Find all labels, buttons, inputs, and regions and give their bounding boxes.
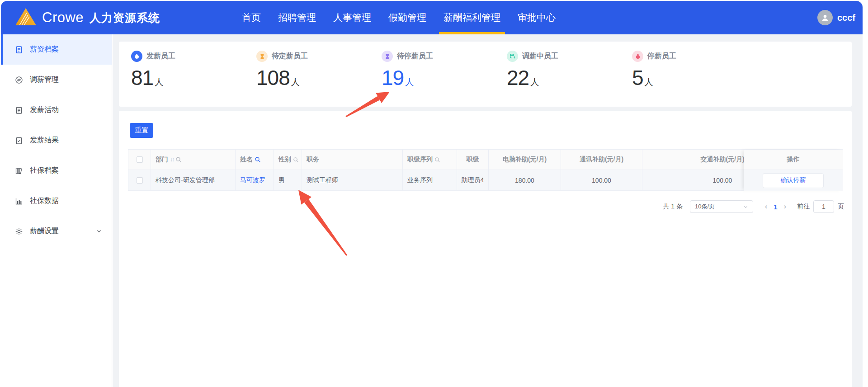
column-header-rank: 职级 xyxy=(467,156,479,164)
cell-rank: 助理员4 xyxy=(462,176,484,184)
stat-adjusting-employees[interactable]: 调薪中员工 22人 xyxy=(507,51,558,88)
employee-name-link[interactable]: 马可波罗 xyxy=(240,176,265,184)
sidebar-item-salary-archive[interactable]: 薪资档案 xyxy=(1,34,112,65)
column-header-department: 部门 xyxy=(156,156,168,164)
exchange-icon xyxy=(15,76,23,84)
cell-communication-allowance: 100.00 xyxy=(592,177,611,184)
column-header-rank-series: 职级序列 xyxy=(407,156,433,164)
reset-button[interactable]: 重置 xyxy=(130,123,153,138)
gear-icon xyxy=(15,227,23,236)
app-title: 人力资源系统 xyxy=(90,10,160,25)
fixed-action-column: 操作 确认停薪 xyxy=(744,150,843,191)
current-page[interactable]: 1 xyxy=(772,203,779,211)
cell-department: 科技公司-研发管理部 xyxy=(156,176,215,184)
pagination: 共 1 条 10条/页 ‹ 1 › 前往 页 xyxy=(663,200,844,213)
page-unit-label: 页 xyxy=(838,203,844,211)
search-icon[interactable] xyxy=(255,156,261,163)
crowe-logo-icon xyxy=(15,8,36,27)
sidebar-item-payroll-activity[interactable]: 发薪活动 xyxy=(1,95,112,125)
page-size-select[interactable]: 10条/页 xyxy=(690,200,753,213)
cell-rank-series: 业务序列 xyxy=(407,176,433,184)
search-icon[interactable] xyxy=(434,157,440,163)
nav-item-recruit[interactable]: 招聘管理 xyxy=(277,1,317,34)
clipboard-icon xyxy=(15,106,23,114)
select-all-checkbox[interactable] xyxy=(137,156,143,163)
column-header-position: 职务 xyxy=(307,156,319,164)
bar-chart-icon xyxy=(15,197,23,205)
nav-item-compensation[interactable]: 薪酬福利管理 xyxy=(443,1,501,34)
money-bag-icon xyxy=(632,51,643,62)
table-row: 科技公司-研发管理部 马可波罗 男 测试工程师 业务序列 助理员4 180.00… xyxy=(128,170,778,191)
clipboard-check-icon xyxy=(15,137,23,145)
brand[interactable]: Crowe 人力资源系统 xyxy=(15,1,160,34)
nav-item-personnel[interactable]: 人事管理 xyxy=(332,1,372,34)
cell-position: 测试工程师 xyxy=(307,176,338,184)
stats-panel: 发薪员工 81人 待定薪员工 108人 待停薪员工 19人 xyxy=(119,42,852,107)
cell-transport-allowance: 100.00 xyxy=(713,177,732,184)
chevron-down-icon xyxy=(743,204,748,209)
username: cccf xyxy=(837,13,855,23)
user-avatar-icon xyxy=(817,10,833,25)
document-icon xyxy=(15,46,23,54)
sidebar-item-social-data[interactable]: 社保数据 xyxy=(1,186,112,216)
user-menu[interactable]: cccf xyxy=(817,1,855,34)
money-bag-icon xyxy=(131,51,142,62)
stat-pending-salary-employees[interactable]: 待定薪员工 108人 xyxy=(256,51,308,88)
table-panel: 重置 部门 ↓↑ 姓名 性别 职务 xyxy=(119,111,852,387)
sort-icon[interactable]: ↓↑ xyxy=(170,156,174,163)
archive-icon xyxy=(15,167,23,175)
sidebar-item-social-archive[interactable]: 社保档案 xyxy=(1,156,112,186)
stat-pending-stop-employees[interactable]: 待停薪员工 19人 xyxy=(382,51,433,88)
stat-value: 108 xyxy=(256,67,290,88)
table-header-row: 部门 ↓↑ 姓名 性别 职务 职级序列 xyxy=(128,150,778,170)
column-header-gender: 性别 xyxy=(278,156,291,164)
stat-payroll-employees[interactable]: 发薪员工 81人 xyxy=(131,51,175,88)
top-navbar: Crowe 人力资源系统 首页 招聘管理 人事管理 假勤管理 薪酬福利管理 审批… xyxy=(1,1,863,34)
search-icon[interactable] xyxy=(293,157,299,163)
stat-unit: 人 xyxy=(291,78,300,86)
stat-unit: 人 xyxy=(405,78,414,86)
column-header-computer-allowance: 电脑补助(元/月) xyxy=(503,156,547,164)
stat-label: 发薪员工 xyxy=(146,52,175,61)
stat-stopped-employees[interactable]: 停薪员工 5人 xyxy=(632,51,676,88)
column-header-transport-allowance: 交通补助(元/月) xyxy=(700,156,744,164)
sidebar-item-salary-adjust[interactable]: 调薪管理 xyxy=(1,65,112,95)
sidebar: 薪资档案 调薪管理 发薪活动 发薪结果 社保档案 社保数据 xyxy=(1,34,112,387)
chevron-down-icon xyxy=(96,227,102,236)
main-nav: 首页 招聘管理 人事管理 假勤管理 薪酬福利管理 审批中心 xyxy=(241,1,557,34)
stat-value: 5 xyxy=(632,67,643,88)
stat-value: 19 xyxy=(382,67,404,88)
sidebar-item-payroll-result[interactable]: 发薪结果 xyxy=(1,125,112,156)
nav-item-home[interactable]: 首页 xyxy=(241,1,262,34)
prev-page-button[interactable]: ‹ xyxy=(760,203,772,211)
employee-table: 部门 ↓↑ 姓名 性别 职务 职级序列 xyxy=(128,149,843,191)
column-header-communication-allowance: 通讯补助(元/月) xyxy=(580,156,623,164)
next-page-button[interactable]: › xyxy=(779,203,791,211)
confirm-stop-salary-button[interactable]: 确认停薪 xyxy=(763,173,824,188)
coins-icon xyxy=(507,51,518,62)
row-checkbox[interactable] xyxy=(137,177,143,184)
goto-label: 前往 xyxy=(797,203,810,211)
column-header-action: 操作 xyxy=(787,156,800,164)
stat-label: 调薪中员工 xyxy=(522,52,558,61)
stat-value: 81 xyxy=(131,67,153,88)
cell-computer-allowance: 180.00 xyxy=(515,177,534,184)
stat-label: 停薪员工 xyxy=(647,52,676,61)
nav-item-attendance[interactable]: 假勤管理 xyxy=(387,1,427,34)
brand-name: Crowe xyxy=(42,9,84,26)
stat-unit: 人 xyxy=(530,78,539,86)
cell-gender: 男 xyxy=(278,176,285,184)
column-header-name: 姓名 xyxy=(240,156,253,164)
pagination-total: 共 1 条 xyxy=(663,203,683,211)
stat-label: 待定薪员工 xyxy=(272,52,308,61)
sidebar-item-salary-settings[interactable]: 薪酬设置 xyxy=(1,216,112,246)
stat-unit: 人 xyxy=(155,78,163,86)
hourglass-icon xyxy=(256,51,268,62)
stat-label: 待停薪员工 xyxy=(397,52,433,61)
hourglass-icon xyxy=(382,51,393,62)
goto-page-input[interactable] xyxy=(813,200,834,213)
nav-item-approval[interactable]: 审批中心 xyxy=(517,1,557,34)
search-icon[interactable] xyxy=(175,156,182,163)
stat-value: 22 xyxy=(507,67,529,88)
stat-unit: 人 xyxy=(645,78,653,86)
